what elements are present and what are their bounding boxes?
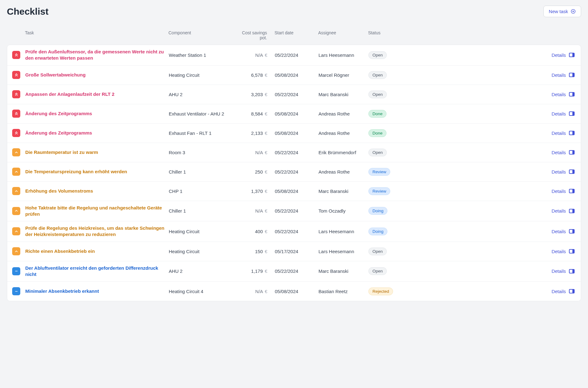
plus-circle-icon — [571, 9, 576, 14]
details-link[interactable]: Details — [552, 72, 566, 78]
side-panel-icon[interactable] — [569, 249, 575, 253]
side-panel-icon[interactable] — [569, 289, 575, 293]
table-row: Die Temperaturspreizung kann erhöht werd… — [7, 162, 581, 182]
task-cost: 1,179 € — [232, 268, 273, 274]
new-task-button[interactable]: New task — [543, 6, 581, 17]
side-panel-icon[interactable] — [569, 111, 575, 116]
status-badge: Rejected — [368, 287, 393, 295]
task-name[interactable]: Die Temperaturspreizung kann erhöht werd… — [25, 169, 127, 174]
priority-icon — [12, 168, 20, 176]
new-task-label: New task — [549, 9, 568, 14]
side-panel-icon[interactable] — [569, 92, 575, 96]
details-link[interactable]: Details — [552, 130, 566, 136]
task-cost: 2,133 € — [232, 130, 273, 136]
status-badge: Review — [368, 168, 390, 176]
table-row: Hohe Taktrate bitte die Regelung und nac… — [7, 201, 581, 222]
task-name[interactable]: Minimaler Absenkbetrieb erkannt — [25, 288, 99, 294]
details-link[interactable]: Details — [552, 249, 566, 254]
task-start-date: 05/22/2024 — [273, 52, 317, 58]
task-cost: N/A € — [232, 208, 273, 214]
col-assignee: Assignee — [316, 30, 366, 40]
page-title: Checklist — [7, 6, 48, 17]
task-assignee: Andreas Rothe — [317, 111, 367, 116]
status-badge: Review — [368, 187, 390, 195]
task-start-date: 05/08/2024 — [273, 289, 317, 294]
priority-icon — [12, 110, 20, 118]
task-name[interactable]: Änderung des Zeitprogramms — [25, 111, 92, 116]
table-row: Große Sollwertabweichung Heating Circuit… — [7, 66, 581, 85]
task-assignee: Lars Heesemann — [317, 249, 367, 254]
details-link[interactable]: Details — [552, 189, 566, 194]
task-name[interactable]: Prüfe den Außenluftsensor, da die gemess… — [25, 49, 164, 61]
task-component: Exhaust Ventilator - AHU 2 — [167, 111, 232, 116]
task-name[interactable]: Richte einen Absenkbetrieb ein — [25, 248, 95, 254]
table-row: Der Abluftventilator erreicht den geford… — [7, 261, 581, 282]
task-assignee: Andreas Rothe — [317, 169, 367, 174]
task-cost: 250 € — [232, 169, 273, 174]
task-start-date: 05/22/2024 — [273, 92, 317, 97]
table-row: Die Raumtemperatur ist zu warm Room 3 N/… — [7, 143, 581, 162]
details-link[interactable]: Details — [552, 208, 566, 214]
details-link[interactable]: Details — [552, 268, 566, 274]
task-assignee: Tom Oczadly — [317, 208, 367, 214]
status-badge: Open — [368, 91, 387, 98]
task-component: Room 3 — [167, 150, 232, 155]
status-badge: Open — [368, 267, 387, 275]
task-name[interactable]: Große Sollwertabweichung — [25, 72, 85, 77]
side-panel-icon[interactable] — [569, 73, 575, 77]
task-assignee: Marc Baranski — [317, 268, 367, 274]
priority-icon — [12, 227, 20, 235]
details-link[interactable]: Details — [552, 92, 566, 97]
task-cost: N/A € — [232, 289, 273, 294]
status-badge: Done — [368, 129, 386, 137]
side-panel-icon[interactable] — [569, 169, 575, 174]
side-panel-icon[interactable] — [569, 209, 575, 213]
side-panel-icon[interactable] — [569, 189, 575, 193]
task-start-date: 05/22/2024 — [273, 208, 317, 214]
task-start-date: 05/22/2024 — [273, 229, 317, 234]
task-cost: 3,203 € — [232, 92, 273, 97]
side-panel-icon[interactable] — [569, 229, 575, 233]
task-name[interactable]: Die Raumtemperatur ist zu warm — [25, 150, 98, 155]
table-row: Prüfe den Außenluftsensor, da die gemess… — [7, 45, 581, 66]
priority-icon — [12, 247, 20, 255]
col-cost: Cost savings pot. — [232, 30, 273, 40]
status-badge: Open — [368, 71, 387, 79]
task-name[interactable]: Erhöhung des Volumenstroms — [25, 188, 93, 194]
table-row: Änderung des Zeitprogramms Exhaust Fan -… — [7, 124, 581, 143]
priority-icon — [12, 148, 20, 156]
table-header: Task Component Cost savings pot. Start d… — [7, 26, 581, 45]
table-row: Erhöhung des Volumenstroms CHP 1 1,370 €… — [7, 182, 581, 201]
task-cost: 150 € — [232, 249, 273, 254]
task-component: Chiller 1 — [167, 169, 232, 174]
details-link[interactable]: Details — [552, 169, 566, 174]
side-panel-icon[interactable] — [569, 150, 575, 155]
details-link[interactable]: Details — [552, 111, 566, 116]
details-link[interactable]: Details — [552, 229, 566, 234]
side-panel-icon[interactable] — [569, 53, 575, 57]
table-row: Änderung des Zeitprogramms Exhaust Venti… — [7, 104, 581, 124]
task-name[interactable]: Änderung des Zeitprogramms — [25, 130, 92, 135]
task-start-date: 05/08/2024 — [273, 72, 317, 78]
task-component: CHP 1 — [167, 189, 232, 194]
status-badge: Doing — [368, 228, 387, 235]
task-name[interactable]: Hohe Taktrate bitte die Regelung und nac… — [25, 205, 162, 217]
task-cost: 6,578 € — [232, 72, 273, 78]
checklist-table: Task Component Cost savings pot. Start d… — [7, 26, 581, 301]
side-panel-icon[interactable] — [569, 269, 575, 273]
task-name[interactable]: Anpassen der Anlagenlaufzeit der RLT 2 — [25, 91, 114, 97]
priority-icon — [12, 267, 20, 275]
task-assignee: Marc Baranski — [317, 189, 367, 194]
task-name[interactable]: Prüfe die Regelung des Heizkreises, um d… — [25, 225, 164, 237]
task-cost: N/A € — [232, 52, 273, 58]
task-cost: 1,370 € — [232, 189, 273, 194]
details-link[interactable]: Details — [552, 52, 566, 58]
task-component: Chiller 1 — [167, 208, 232, 214]
task-name[interactable]: Der Abluftventilator erreicht den geford… — [25, 265, 158, 277]
table-row: Minimaler Absenkbetrieb erkannt Heating … — [7, 282, 581, 301]
details-link[interactable]: Details — [552, 289, 566, 294]
status-badge: Open — [368, 149, 387, 156]
details-link[interactable]: Details — [552, 150, 566, 155]
task-start-date: 05/08/2024 — [273, 189, 317, 194]
side-panel-icon[interactable] — [569, 131, 575, 135]
